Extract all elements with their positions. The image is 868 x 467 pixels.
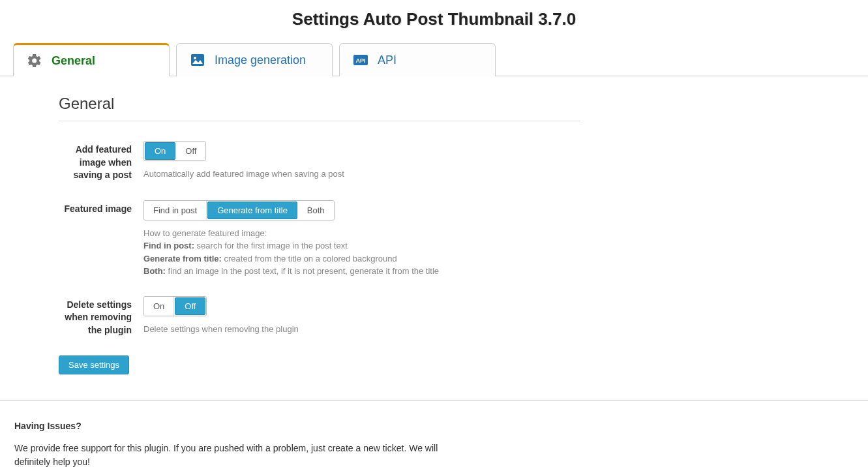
tabs-container: General Image generation API API [0, 42, 868, 76]
tab-general[interactable]: General [13, 43, 170, 76]
setting-label: Delete settings when removing the plugin [59, 296, 143, 337]
find-in-post-button[interactable]: Find in post [144, 201, 207, 220]
content-panel: General Add featured image when saving a… [0, 76, 868, 400]
section-heading: General [59, 95, 580, 121]
setting-label: Featured image [59, 200, 143, 216]
help-val: search for the first image in the post t… [194, 241, 348, 250]
toggle-on-button[interactable]: On [145, 142, 175, 160]
generate-from-title-button[interactable]: Generate from title [207, 202, 297, 219]
image-icon [190, 52, 205, 68]
tab-label: Image generation [215, 53, 306, 67]
setting-label: Add featured image when saving a post [59, 141, 143, 182]
toggle-off-button[interactable]: Off [176, 142, 205, 160]
help-text: Automatically add featured image when sa… [143, 168, 600, 181]
tab-label: API [378, 53, 397, 67]
help-key: Find in post: [143, 241, 194, 250]
setting-add-featured: Add featured image when saving a post On… [59, 141, 855, 182]
help-key: Generate from title: [143, 254, 222, 264]
help-text: Delete settings when removing the plugin [143, 323, 600, 336]
svg-rect-0 [191, 54, 204, 66]
help-intro: How to generate featured image: [143, 228, 267, 238]
help-key: Both: [143, 266, 166, 276]
svg-point-1 [194, 57, 196, 59]
gear-icon [27, 53, 42, 68]
tab-image-generation[interactable]: Image generation [176, 43, 333, 76]
footer-text: We provide free support for this plugin.… [14, 442, 458, 467]
toggle-delete-settings: On Off [143, 296, 207, 316]
svg-text:API: API [355, 57, 365, 64]
toggle-on-button[interactable]: On [144, 297, 174, 316]
footer-heading: Having Issues? [14, 421, 854, 431]
help-val: find an image in the post text, if it is… [166, 266, 439, 276]
both-button[interactable]: Both [298, 201, 334, 220]
page-title: Settings Auto Post Thumbnail 3.7.0 [0, 0, 868, 42]
toggle-off-button[interactable]: Off [175, 297, 205, 315]
toggle-add-featured: On Off [143, 141, 206, 161]
setting-delete-settings: Delete settings when removing the plugin… [59, 296, 855, 337]
help-val: created from the title on a colored back… [222, 254, 397, 264]
help-text: How to generate featured image: Find in … [143, 227, 600, 278]
setting-featured-image: Featured image Find in post Generate fro… [59, 200, 855, 278]
tab-api[interactable]: API API [339, 43, 496, 76]
api-icon: API [353, 52, 368, 68]
save-button[interactable]: Save settings [59, 355, 129, 374]
footer: Having Issues? We provide free support f… [0, 400, 868, 467]
toggle-featured-image: Find in post Generate from title Both [143, 200, 335, 220]
tab-label: General [52, 54, 95, 68]
